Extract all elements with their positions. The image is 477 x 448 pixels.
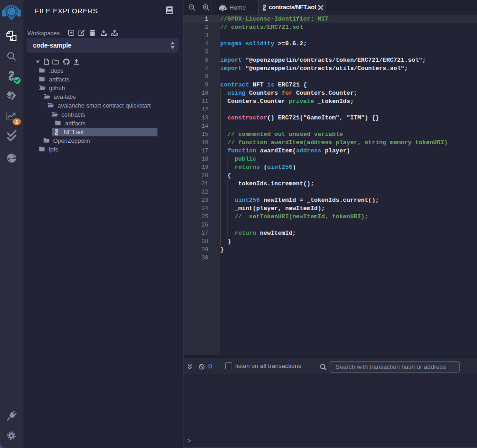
svg-text:1: 1 [15, 119, 18, 124]
